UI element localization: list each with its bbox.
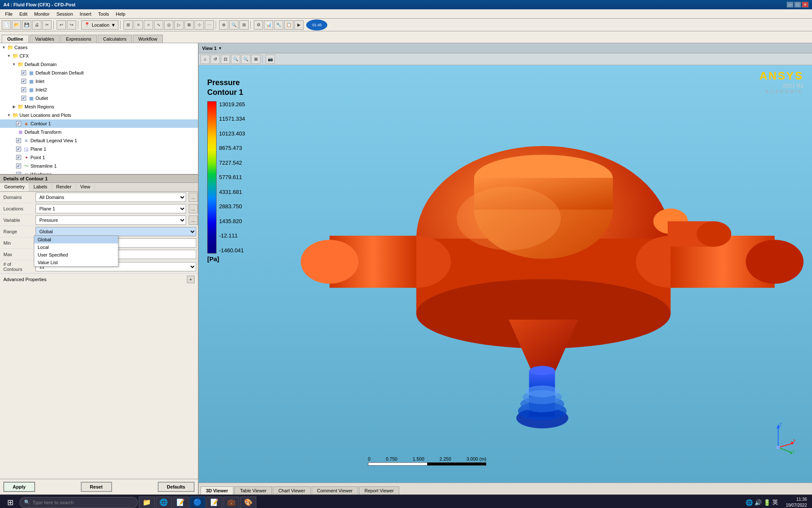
redo-button[interactable]: ↪ <box>67 20 76 30</box>
tb-btn-5[interactable]: ✂ <box>42 20 52 30</box>
taskbar-explorer[interactable]: 📁 <box>139 497 155 508</box>
close-button[interactable]: ✕ <box>802 2 809 8</box>
tb-view3[interactable]: ⊞ <box>239 20 249 30</box>
tree-item-user-locations[interactable]: ▼ 📁 User Locations and Plots <box>0 111 198 119</box>
new-button[interactable]: 📄 <box>2 20 11 30</box>
checkbox-streamline1[interactable]: ✓ <box>16 163 21 168</box>
viewer-tab-3d[interactable]: 3D Viewer <box>200 486 233 494</box>
tb-insert3[interactable]: ≈ <box>144 20 153 30</box>
tb-misc3[interactable]: 🔧 <box>274 20 283 30</box>
taskbar-network-icon[interactable]: 🌐 <box>746 499 753 506</box>
menu-help[interactable]: Help <box>112 11 129 17</box>
tb-insert6[interactable]: ▷ <box>174 20 184 30</box>
tb-insert2[interactable]: ≡ <box>134 20 143 30</box>
defaults-button[interactable]: Defaults <box>158 482 195 492</box>
tb-misc4[interactable]: 📋 <box>284 20 294 30</box>
menu-edit[interactable]: Edit <box>16 11 31 17</box>
locations-extra-button[interactable]: … <box>189 204 198 213</box>
range-option-user-specified[interactable]: User Specified <box>34 251 118 259</box>
tb-insert1[interactable]: ⊞ <box>123 20 133 30</box>
domains-select[interactable]: All Domains <box>36 193 186 202</box>
view-zoom-out-button[interactable]: 🔍 <box>241 55 250 64</box>
menu-tools[interactable]: Tools <box>95 11 112 17</box>
tab-calculators[interactable]: Calculators <box>98 35 132 43</box>
view-zoom-fit-button[interactable]: ⊡ <box>221 55 230 64</box>
view-refresh-button[interactable]: ↺ <box>211 55 220 64</box>
taskbar-app4[interactable]: 🎨 <box>240 497 256 508</box>
reset-button[interactable]: Reset <box>81 482 112 492</box>
view-home-button[interactable]: ⌂ <box>200 55 210 64</box>
expand-mesh[interactable]: ▶ <box>12 105 16 109</box>
tree-view[interactable]: ▼ 📁 Cases ▼ 📁 CFX ▼ 📁 Default Domain <box>0 43 198 174</box>
menu-insert[interactable]: Insert <box>77 11 95 17</box>
range-option-value-list[interactable]: Value List <box>34 259 118 266</box>
tb-insert9[interactable]: ⋯ <box>205 20 214 30</box>
undo-button[interactable]: ↩ <box>57 20 66 30</box>
tree-item-outlet[interactable]: ▶ ✓ ▦ Outlet <box>0 94 198 102</box>
checkbox-inlet2[interactable]: ✓ <box>21 87 26 92</box>
taskbar-word[interactable]: 📝 <box>173 497 189 508</box>
advanced-expand-button[interactable]: + <box>187 276 195 283</box>
open-button[interactable]: 📂 <box>12 20 21 30</box>
tree-item-default-domain[interactable]: ▼ 📁 Default Domain <box>0 60 198 69</box>
view-snapshot-button[interactable]: 📷 <box>266 55 275 64</box>
tab-view[interactable]: View <box>76 183 95 191</box>
taskbar-app2[interactable]: 📝 <box>206 497 222 508</box>
tree-item-cases[interactable]: ▼ 📁 Cases <box>0 43 198 52</box>
tree-item-domain-default[interactable]: ▶ ✓ ▦ Default Domain Default <box>0 69 198 77</box>
menu-session[interactable]: Session <box>53 11 76 17</box>
view-dropdown-arrow[interactable]: ▼ <box>218 46 222 50</box>
apply-button[interactable]: Apply <box>3 482 35 492</box>
checkbox-domain-default[interactable]: ✓ <box>21 70 26 75</box>
taskbar-app3[interactable]: 💼 <box>223 497 239 508</box>
tab-outline[interactable]: Outline <box>2 35 29 43</box>
viewport-3d[interactable]: ANSYS 2021 R1 ACADEMIC Pressure Contour … <box>199 65 812 483</box>
range-option-local[interactable]: Local <box>34 243 118 251</box>
tb-misc2[interactable]: 📊 <box>264 20 273 30</box>
checkbox-point1[interactable]: ✓ <box>16 155 21 160</box>
taskbar-search[interactable]: 🔍 Type here to search <box>19 497 138 508</box>
checkbox-plane1[interactable]: ✓ <box>16 146 21 152</box>
taskbar-browser[interactable]: 🌐 <box>156 497 172 508</box>
viewer-tab-report[interactable]: Report Viewer <box>359 486 400 494</box>
tree-item-inlet2[interactable]: ▶ ✓ ▦ Inlet2 <box>0 86 198 94</box>
tab-expressions[interactable]: Expressions <box>60 35 97 43</box>
viewer-tab-comment[interactable]: Comment Viewer <box>312 486 358 494</box>
tab-labels[interactable]: Labels <box>29 183 52 191</box>
variable-select[interactable]: Pressure <box>36 215 186 225</box>
checkbox-outlet[interactable]: ✓ <box>21 96 26 101</box>
menu-file[interactable]: File <box>2 11 16 17</box>
taskbar-sound-icon[interactable]: 🔊 <box>754 499 762 506</box>
tree-item-mesh[interactable]: ▶ 📁 Mesh Regions <box>0 102 198 111</box>
tb-view2[interactable]: 🔍 <box>229 20 239 30</box>
tb-insert4[interactable]: ∿ <box>154 20 163 30</box>
save-button[interactable]: 💾 <box>22 20 31 30</box>
tree-item-streamline1[interactable]: ▶ ✓ 〜 Streamline 1 <box>0 162 198 170</box>
range-select[interactable]: Global <box>36 227 196 236</box>
taskbar-battery-icon[interactable]: 🔋 <box>763 499 771 506</box>
tb-misc5[interactable]: ▶ <box>294 20 304 30</box>
checkbox-inlet[interactable]: ✓ <box>21 79 26 84</box>
expand-domain[interactable]: ▼ <box>12 62 16 66</box>
expand-cases[interactable]: ▼ <box>2 45 6 50</box>
view-zoom-in-button[interactable]: 🔍 <box>231 55 240 64</box>
viewer-tab-table[interactable]: Table Viewer <box>234 486 272 494</box>
start-button[interactable]: ⊞ <box>2 497 19 508</box>
tab-variables[interactable]: Variables <box>30 35 60 43</box>
viewer-tab-chart[interactable]: Chart Viewer <box>273 486 310 494</box>
range-option-global[interactable]: Global <box>34 236 118 243</box>
view-select-button[interactable]: ⊞ <box>251 55 261 64</box>
tree-item-contour1[interactable]: ▶ ✓ ◈ Contour 1 <box>0 119 198 128</box>
tree-item-transform[interactable]: ▶ ⊞ Default Transform <box>0 128 198 136</box>
domains-extra-button[interactable]: … <box>189 193 198 202</box>
variable-extra-button[interactable]: … <box>189 215 198 225</box>
taskbar-clock[interactable]: 11:36 19/07/2022 <box>782 497 810 508</box>
taskbar-cfx[interactable]: 🔵 <box>189 497 206 508</box>
tree-item-plane1[interactable]: ▶ ✓ ◲ Plane 1 <box>0 145 198 153</box>
taskbar-lang-icon[interactable]: 英 <box>772 499 778 506</box>
minimize-button[interactable]: ─ <box>787 2 793 8</box>
tab-workflow[interactable]: Workflow <box>133 35 163 43</box>
tab-geometry[interactable]: Geometry <box>0 183 29 191</box>
checkbox-legend[interactable]: ✓ <box>16 138 21 143</box>
tb-btn-4[interactable]: 🖨 <box>32 20 41 30</box>
